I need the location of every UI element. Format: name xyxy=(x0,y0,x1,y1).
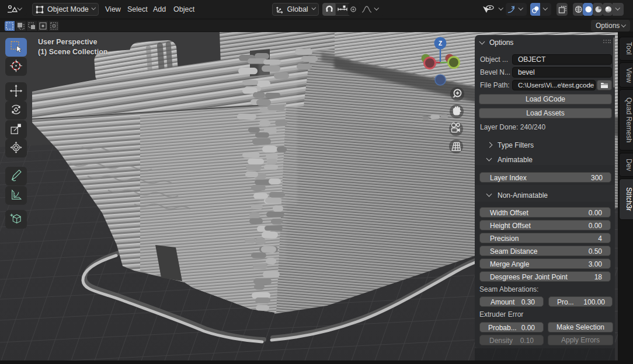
svg-text:Z: Z xyxy=(439,40,442,47)
